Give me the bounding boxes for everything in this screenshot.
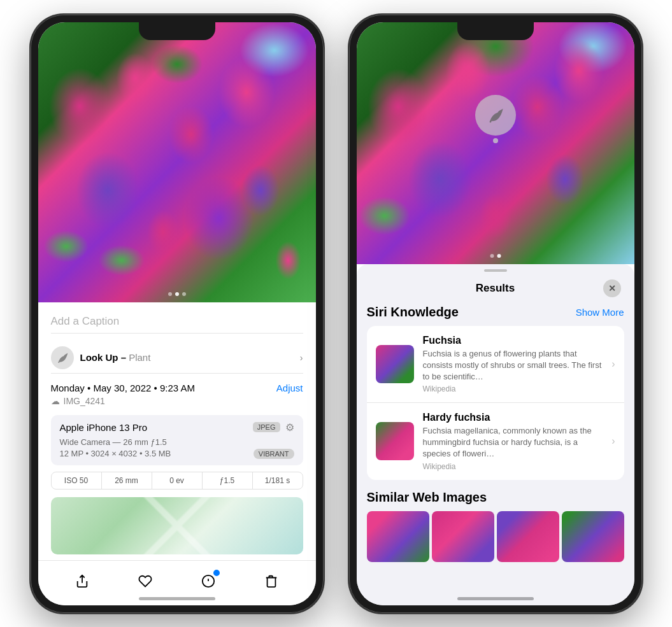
lookup-chevron-icon: ›	[300, 353, 303, 363]
device-top: Apple iPhone 13 Pro JPEG ⚙	[60, 421, 294, 433]
fuchsia-thumbnail	[376, 345, 414, 383]
similar-image-4[interactable]	[562, 511, 624, 562]
hardy-source: Wikipedia	[423, 462, 603, 471]
similar-image-2[interactable]	[432, 511, 494, 562]
caption-input[interactable]: Add a Caption	[51, 310, 303, 334]
fuchsia-chevron-icon: ›	[611, 358, 615, 370]
lookup-label: Look Up – Plant	[80, 352, 151, 363]
visual-lookup-app: Results ✕ Siri Knowledge Show More	[357, 22, 634, 605]
favorite-button[interactable]	[134, 570, 157, 593]
photo-display-2[interactable]	[357, 22, 634, 264]
similar-title: Similar Web Images	[367, 490, 624, 505]
info-button[interactable]	[197, 570, 220, 593]
exif-row: ISO 50 26 mm 0 ev ƒ1.5 1/181 s	[51, 472, 303, 490]
similar-image-1[interactable]	[367, 511, 429, 562]
page-indicator	[168, 292, 186, 296]
photos-app: Add a Caption Look Up – Plant ›	[38, 22, 316, 605]
photo-display[interactable]	[38, 22, 316, 302]
home-indicator-2	[457, 597, 534, 600]
knowledge-section-header: Siri Knowledge Show More	[367, 305, 624, 320]
show-more-button[interactable]: Show More	[576, 307, 624, 318]
phone-2-screen: Results ✕ Siri Knowledge Show More	[357, 22, 634, 605]
exif-shutter: 1/181 s	[253, 472, 303, 489]
cloud-icon: ☁	[51, 396, 60, 406]
notch	[139, 22, 215, 40]
delete-button[interactable]	[260, 570, 283, 593]
device-info-card: Apple iPhone 13 Pro JPEG ⚙ Wide Camera —…	[51, 415, 303, 465]
results-content[interactable]: Siri Knowledge Show More Fuchsia Fuchs	[357, 305, 634, 605]
lookup-row[interactable]: Look Up – Plant ›	[51, 342, 303, 374]
similar-section: Similar Web Images	[367, 490, 624, 562]
share-button[interactable]	[71, 570, 94, 593]
filename-row: ☁ IMG_4241	[51, 396, 303, 406]
format-badge: JPEG	[253, 422, 280, 432]
close-button[interactable]: ✕	[603, 279, 621, 297]
notch-2	[457, 22, 534, 40]
phone-1: Add a Caption Look Up – Plant ›	[31, 15, 324, 613]
info-badge	[212, 568, 221, 577]
siri-leaf-icon	[487, 106, 504, 124]
device-name: Apple iPhone 13 Pro	[60, 422, 148, 433]
trash-icon	[264, 574, 278, 588]
hardy-thumbnail	[376, 422, 414, 460]
flower-overlay-2	[357, 22, 634, 264]
similar-image-3[interactable]	[497, 511, 559, 562]
hardy-chevron-icon: ›	[611, 435, 615, 447]
home-indicator	[139, 597, 215, 600]
lookup-icon-circle	[51, 346, 74, 369]
fuchsia-item[interactable]: Fuchsia Fuchsia is a genus of flowering …	[367, 326, 624, 403]
fuchsia-text: Fuchsia Fuchsia is a genus of flowering …	[423, 335, 603, 394]
exif-focal: 26 mm	[102, 472, 152, 489]
results-title: Results	[476, 282, 515, 295]
page-dot-1	[168, 292, 172, 296]
siri-bubble[interactable]	[475, 95, 516, 136]
map-preview[interactable]	[51, 497, 303, 554]
specs-row: 12 MP • 3024 × 4032 • 3.5 MB VIBRANT	[60, 449, 294, 459]
page-dot2-1	[490, 254, 494, 258]
map-roads	[51, 497, 303, 554]
device-badges: JPEG ⚙	[253, 421, 294, 433]
exif-aperture: ƒ1.5	[203, 472, 253, 489]
hardy-text: Hardy fuchsia Fuchsia magellanica, commo…	[423, 412, 603, 471]
exif-ev: 0 ev	[152, 472, 203, 489]
siri-dot	[493, 138, 498, 143]
hardy-name: Hardy fuchsia	[423, 412, 603, 423]
settings-icon[interactable]: ⚙	[285, 421, 294, 433]
photo-info-panel: Add a Caption Look Up – Plant ›	[38, 302, 316, 560]
fuchsia-desc: Fuchsia is a genus of flowering plants t…	[423, 348, 603, 383]
fuchsia-thumb-image	[376, 345, 414, 383]
date-text: Monday • May 30, 2022 • 9:23 AM	[51, 383, 195, 393]
similar-images-grid[interactable]	[367, 511, 624, 562]
fuchsia-source: Wikipedia	[423, 384, 603, 393]
adjust-button[interactable]: Adjust	[276, 383, 303, 393]
page-dot2-2	[497, 254, 501, 258]
camera-detail: Wide Camera — 26 mm ƒ1.5	[60, 437, 294, 447]
knowledge-card: Fuchsia Fuchsia is a genus of flowering …	[367, 326, 624, 480]
filename: IMG_4241	[64, 396, 105, 406]
results-panel: Results ✕ Siri Knowledge Show More	[357, 264, 634, 605]
share-icon	[75, 574, 89, 588]
page-dot-2	[175, 292, 179, 296]
page-dot-3	[182, 292, 186, 296]
hardy-desc: Fuchsia magellanica, commonly known as t…	[423, 425, 603, 460]
date-row: Monday • May 30, 2022 • 9:23 AM Adjust	[51, 383, 303, 393]
phone-1-screen: Add a Caption Look Up – Plant ›	[38, 22, 316, 605]
hardy-thumb-image	[376, 422, 414, 460]
vibrant-badge: VIBRANT	[254, 449, 294, 459]
phone-2: Results ✕ Siri Knowledge Show More	[349, 15, 642, 613]
hardy-fuchsia-item[interactable]: Hardy fuchsia Fuchsia magellanica, commo…	[367, 402, 624, 480]
exif-iso: ISO 50	[52, 472, 102, 489]
specs-text: 12 MP • 3024 × 4032 • 3.5 MB	[60, 449, 171, 458]
heart-icon	[138, 574, 152, 588]
leaf-icon	[56, 351, 69, 364]
fuchsia-name: Fuchsia	[423, 335, 603, 346]
page-indicator-2	[490, 254, 501, 258]
results-header: Results ✕	[357, 272, 634, 305]
flower-overlay	[38, 22, 316, 302]
siri-knowledge-title: Siri Knowledge	[367, 305, 459, 320]
